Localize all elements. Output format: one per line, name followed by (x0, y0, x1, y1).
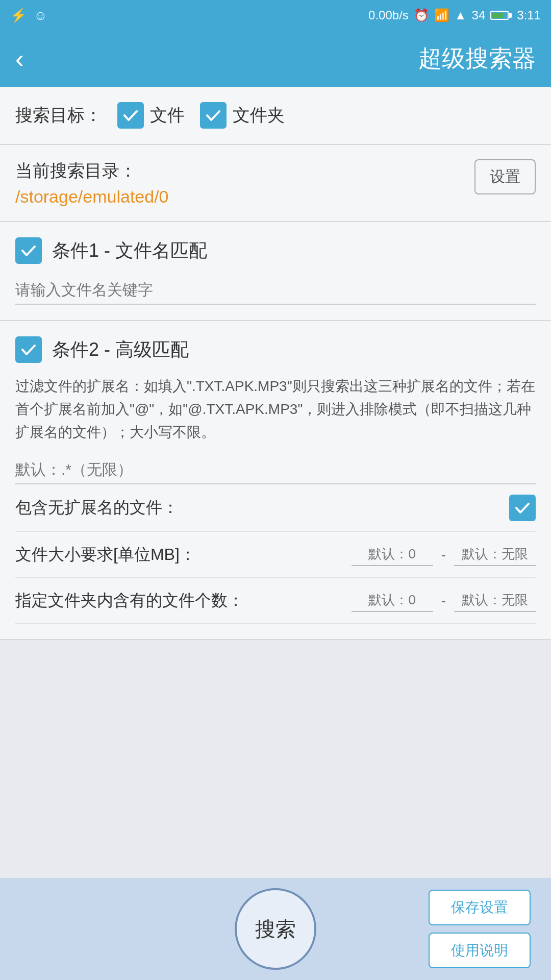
usage-button[interactable]: 使用说明 (429, 933, 531, 968)
alarm-icon: ⏰ (414, 8, 429, 22)
main-content: 搜索目标： 文件 文件夹 当前搜索目录： (0, 87, 551, 640)
file-checkbox[interactable] (117, 102, 144, 129)
signal-icon: ▲ (455, 8, 467, 22)
condition1-section: 条件1 - 文件名匹配 (0, 222, 551, 321)
file-count-min-input[interactable] (352, 589, 433, 612)
search-target-row: 搜索目标： 文件 文件夹 (15, 102, 536, 129)
folder-checkbox[interactable] (200, 102, 227, 129)
bottom-right-buttons: 保存设置 使用说明 (429, 890, 531, 968)
wifi-icon: 📶 (434, 8, 449, 22)
no-extension-label: 包含无扩展名的文件： (15, 497, 179, 519)
emoji-icon: ☺ (34, 8, 47, 23)
settings-button[interactable]: 设置 (474, 159, 536, 194)
condition2-header: 条件2 - 高级匹配 (15, 336, 536, 363)
extension-input[interactable] (15, 456, 536, 484)
status-bar: ⚡ ☺ 0.00b/s ⏰ 📶 ▲ 34 3:11 (0, 0, 551, 31)
directory-title: 当前搜索目录： (15, 159, 474, 183)
file-label: 文件 (150, 104, 185, 127)
time-display: 3:11 (517, 8, 541, 22)
file-checkbox-item[interactable]: 文件 (117, 102, 185, 129)
title-bar: ‹ 超级搜索器 (0, 31, 551, 87)
file-count-dash: - (441, 593, 446, 609)
file-count-max-input[interactable] (454, 589, 536, 612)
search-target-section: 搜索目标： 文件 文件夹 (0, 87, 551, 145)
condition1-checkbox[interactable] (15, 237, 42, 264)
no-extension-row: 包含无扩展名的文件： (15, 484, 536, 532)
file-size-row: 文件大小要求[单位MB]： - (15, 532, 536, 578)
bottom-bar: 搜索 保存设置 使用说明 (0, 878, 551, 980)
file-size-max-input[interactable] (454, 543, 536, 566)
filename-input[interactable] (15, 276, 536, 305)
directory-info: 当前搜索目录： /storage/emulated/0 (15, 159, 474, 207)
save-settings-button[interactable]: 保存设置 (429, 890, 531, 925)
status-bar-right: 0.00b/s ⏰ 📶 ▲ 34 3:11 (368, 8, 541, 22)
condition2-checkbox[interactable] (15, 336, 42, 363)
file-size-dash: - (441, 547, 446, 563)
file-count-inputs: - (352, 589, 536, 612)
directory-section: 当前搜索目录： /storage/emulated/0 设置 (0, 145, 551, 222)
status-bar-left: ⚡ ☺ (10, 8, 47, 23)
signal-strength: 34 (472, 8, 486, 22)
folder-checkbox-item[interactable]: 文件夹 (200, 102, 285, 129)
condition1-title: 条件1 - 文件名匹配 (52, 238, 207, 263)
back-button[interactable]: ‹ (15, 44, 24, 74)
condition2-description: 过滤文件的扩展名：如填入".TXT.APK.MP3"则只搜索出这三种扩展名的文件… (15, 375, 536, 444)
file-size-inputs: - (352, 543, 536, 566)
usb-icon: ⚡ (10, 8, 27, 23)
page-title: 超级搜索器 (34, 43, 536, 75)
condition2-section: 条件2 - 高级匹配 过滤文件的扩展名：如填入".TXT.APK.MP3"则只搜… (0, 321, 551, 640)
file-count-label: 指定文件夹内含有的文件个数： (15, 590, 244, 612)
condition1-header: 条件1 - 文件名匹配 (15, 237, 536, 264)
search-target-label: 搜索目标： (15, 104, 102, 127)
file-size-min-input[interactable] (352, 543, 433, 566)
file-size-label: 文件大小要求[单位MB]： (15, 544, 196, 566)
battery-icon (490, 11, 512, 20)
folder-label: 文件夹 (233, 104, 285, 127)
file-count-row: 指定文件夹内含有的文件个数： - (15, 578, 536, 624)
condition2-title: 条件2 - 高级匹配 (52, 337, 189, 362)
search-button[interactable]: 搜索 (235, 888, 316, 970)
speed-indicator: 0.00b/s (368, 8, 409, 22)
no-extension-checkbox[interactable] (509, 495, 536, 521)
directory-path: /storage/emulated/0 (15, 187, 474, 207)
